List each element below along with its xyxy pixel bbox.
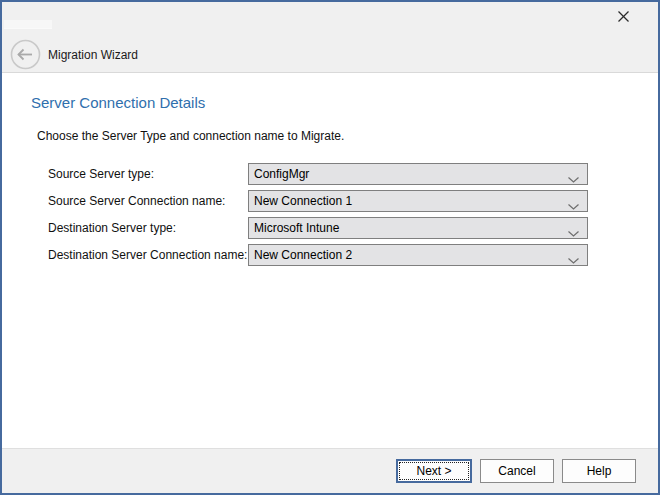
back-arrow-icon — [10, 56, 41, 73]
dropdown-value: New Connection 2 — [254, 248, 352, 262]
page-title: Server Connection Details — [31, 94, 658, 111]
source-connection-name-dropdown[interactable]: New Connection 1 — [248, 190, 588, 212]
wizard-header: Migration Wizard — [2, 2, 658, 73]
chevron-down-icon — [568, 226, 579, 240]
next-button[interactable]: Next > — [396, 459, 472, 483]
form-row-destination-connection-name: Destination Server Connection name: New … — [48, 244, 658, 266]
wizard-footer: Next > Cancel Help — [2, 448, 658, 493]
help-button[interactable]: Help — [562, 459, 636, 483]
chevron-down-icon — [568, 199, 579, 213]
chevron-down-icon — [568, 253, 579, 267]
cancel-button[interactable]: Cancel — [480, 459, 554, 483]
dropdown-value: New Connection 1 — [254, 194, 352, 208]
dropdown-value: ConfigMgr — [254, 167, 309, 181]
close-button[interactable] — [612, 7, 634, 29]
dropdown-value: Microsoft Intune — [254, 221, 339, 235]
destination-connection-name-dropdown[interactable]: New Connection 2 — [248, 244, 588, 266]
form-row-source-connection-name: Source Server Connection name: New Conne… — [48, 190, 658, 212]
destination-server-type-label: Destination Server type: — [48, 221, 248, 235]
form-row-destination-server-type: Destination Server type: Microsoft Intun… — [48, 217, 658, 239]
close-icon — [617, 9, 630, 27]
source-connection-name-label: Source Server Connection name: — [48, 194, 248, 208]
back-button[interactable] — [10, 39, 41, 70]
source-server-type-label: Source Server type: — [48, 167, 248, 181]
migration-wizard-window: Migration Wizard Server Connection Detai… — [0, 0, 660, 495]
chevron-down-icon — [568, 172, 579, 186]
wizard-title: Migration Wizard — [48, 48, 138, 62]
source-server-type-dropdown[interactable]: ConfigMgr — [248, 163, 588, 185]
destination-server-type-dropdown[interactable]: Microsoft Intune — [248, 217, 588, 239]
page-description: Choose the Server Type and connection na… — [37, 129, 658, 143]
server-connection-form: Source Server type: ConfigMgr Source Ser… — [48, 163, 658, 266]
destination-connection-name-label: Destination Server Connection name: — [48, 248, 248, 262]
titlebar-highlight — [4, 20, 52, 29]
wizard-page: Server Connection Details Choose the Ser… — [2, 73, 658, 448]
form-row-source-server-type: Source Server type: ConfigMgr — [48, 163, 658, 185]
